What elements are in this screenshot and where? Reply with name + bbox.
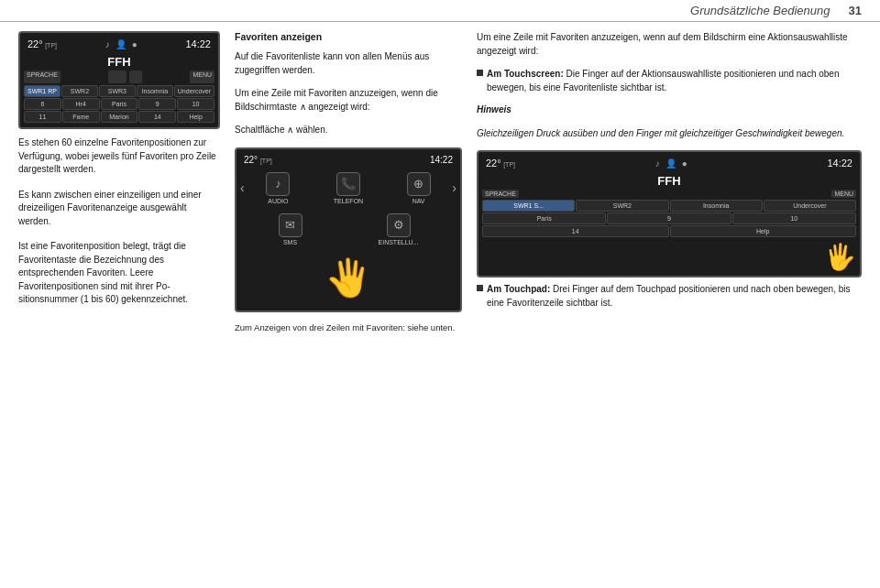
fav-undercover: Undercover (174, 85, 214, 97)
right-intro: Um eine Zeile mit Favoriten anzuzei­gen,… (477, 31, 862, 58)
mid-para-1: Auf die Favoritenliste kann von allen Me… (235, 50, 462, 77)
screen3-menu-row: SPRACHE MENU (482, 190, 856, 198)
screen3-fav-row2: Paris 9 10 (482, 212, 856, 224)
fav-swr1rp: SWR1 RP (24, 85, 60, 97)
screen3-time: 14:22 (827, 158, 852, 169)
main-content: 22° [TP] ♪ 👤 ● 14:22 FFH SPRACHE MENU (0, 22, 880, 583)
screen3-fav-paris: Paris (482, 212, 606, 224)
nav-icon: ⊕ (407, 172, 431, 196)
telefon-icon-item: 📞 TELEFON (334, 172, 363, 204)
screen3-fav-9: 9 (607, 212, 731, 224)
screen2-time: 14:22 (430, 155, 453, 165)
chapter-title: Grundsätzliche Bedienung (18, 4, 849, 17)
screen2-temp: 22° (244, 155, 258, 165)
dot-icon: ● (132, 39, 138, 49)
hand-gesture-area: 🖐 (240, 249, 456, 307)
settings-icon: ⚙ (387, 213, 411, 237)
fav-swr2: SWR2 (61, 85, 98, 97)
bullet-square-1 (477, 70, 483, 76)
fav-swr3: SWR3 (99, 85, 136, 97)
screen3-fav-swr2: SWR2 (576, 200, 668, 212)
sms-icon-item: ✉ SMS (279, 213, 302, 245)
fav-6: 6 (24, 98, 61, 110)
screen1-station: FFH (24, 53, 214, 71)
nav-icon-item: ⊕ NAV (407, 172, 431, 204)
screen3-fav-10: 10 (732, 212, 856, 224)
hand-icon-3: 🖐 (824, 242, 856, 272)
right-arrow: › (452, 180, 456, 195)
hand-icon: 🖐 (325, 256, 371, 299)
screen3-fav-undercover: Undercover (764, 200, 856, 212)
bullet-touchpad: Am Touchpad: Drei Finger auf dem Touchpa… (477, 283, 862, 310)
car-screen-2: 22° [TP] 14:22 ‹ ♪ AUDIO 📞 TELEFON (235, 147, 462, 312)
hint-text: Gleichzeiligen Druck ausüben und den Fin… (477, 127, 862, 141)
fav-row-2: 6 Hr4 Paris 9 10 (24, 98, 214, 110)
screen2-tp: [TP] (260, 158, 272, 164)
fav-9: 9 (138, 98, 176, 110)
left-para-3: Ist eine Favoritenposition belegt, trägt… (18, 240, 220, 307)
fav-14: 14 (138, 111, 176, 123)
bullet-square-2 (477, 285, 483, 291)
car-screen-3: 22° [TP] ♪ 👤 ● 14:22 FFH SPRACHE MENU SW… (477, 150, 862, 278)
sprache-btn: SPRACHE (24, 71, 60, 83)
fav-marion: Marion (101, 111, 138, 123)
screen3-temp: 22° (486, 158, 501, 169)
fav-row-3: 11 Fame Marion 14 Help (24, 111, 214, 123)
screen2-bottom-row: ✉ SMS ⚙ EINSTELLU... (240, 210, 456, 249)
bullet1-text: Am Touchscreen: Die Finger auf der Aktio… (487, 68, 862, 94)
screen3-station: FFH (482, 172, 856, 190)
sms-icon: ✉ (279, 213, 302, 237)
menu-btn: MENU (190, 71, 214, 83)
right-column: Um eine Zeile mit Favoriten anzuzei­gen,… (477, 31, 862, 573)
bullet-touchscreen: Am Touchscreen: Die Finger auf der Aktio… (477, 68, 862, 94)
fav-hr4: Hr4 (62, 98, 100, 110)
mid-column: Favoriten anzeigen Auf die Favoritenlist… (229, 31, 468, 573)
screen3-fav-insomnia: Insomnia (670, 200, 763, 212)
bullet2-text: Am Touchpad: Drei Finger auf dem Touchpa… (487, 283, 862, 310)
fav-help: Help (177, 111, 214, 123)
hint-label: Hinweis (477, 103, 862, 117)
screen1-menu-row: SPRACHE MENU (24, 71, 214, 83)
mid-section-title: Favoriten anzeigen (235, 31, 462, 42)
mid-para-3: Schaltfläche ∧ wählen. (235, 124, 462, 137)
screen3-fav-row1: SWR1 S... SWR2 Insomnia Undercover (482, 200, 856, 212)
fav-10: 10 (177, 98, 214, 110)
person-icon: 👤 (116, 39, 126, 49)
music-icon: ♪ (105, 39, 110, 49)
screen3-fav-help: Help (670, 225, 857, 237)
fav-insomnia: Insomnia (137, 85, 173, 97)
audio-icon: ♪ (266, 172, 290, 196)
dot-icon-3: ● (682, 158, 688, 169)
mid-caption: Zum Anzeigen von drei Zeilen mit Fa­vori… (235, 321, 462, 333)
left-para-2: Es kann zwischen einer einzeiligen und e… (18, 189, 220, 229)
fav-row-1: SWR1 RP SWR2 SWR3 Insomnia Undercover (24, 85, 214, 97)
page-number: 31 (849, 4, 862, 17)
screen1-time: 14:22 (185, 38, 211, 49)
screen3-fav-row3: 14 Help (482, 225, 856, 237)
page-header: Grundsätzliche Bedienung 31 (0, 0, 880, 22)
person-icon-3: 👤 (666, 158, 676, 169)
screen1-temp: 22° (28, 38, 43, 49)
audio-icon-item: ♪ AUDIO (266, 172, 290, 204)
fav-fame: Fame (62, 111, 100, 123)
screen1-tp: [TP] (45, 42, 57, 49)
music-icon-3: ♪ (655, 158, 660, 169)
left-para-1: Es stehen 60 einzelne Favoritenpos­ition… (18, 136, 220, 177)
fav-paris: Paris (101, 98, 138, 110)
phone-icon: 📞 (336, 172, 360, 196)
screen3-menu: MENU (831, 190, 856, 198)
car-screen-1: 22° [TP] ♪ 👤 ● 14:22 FFH SPRACHE MENU (18, 31, 220, 129)
mid-para-2: Um eine Zeile mit Favoriten anzuzei­gen,… (235, 87, 462, 114)
screen3-fav-swr1: SWR1 S... (482, 200, 575, 212)
left-column: 22° [TP] ♪ 👤 ● 14:22 FFH SPRACHE MENU (18, 31, 220, 573)
screen3-fav-14: 14 (482, 225, 669, 237)
fav-11: 11 (24, 111, 61, 123)
screen3-sprache: SPRACHE (482, 190, 519, 198)
screen3-tp: [TP] (503, 161, 515, 168)
settings-icon-item: ⚙ EINSTELLU... (379, 213, 419, 245)
